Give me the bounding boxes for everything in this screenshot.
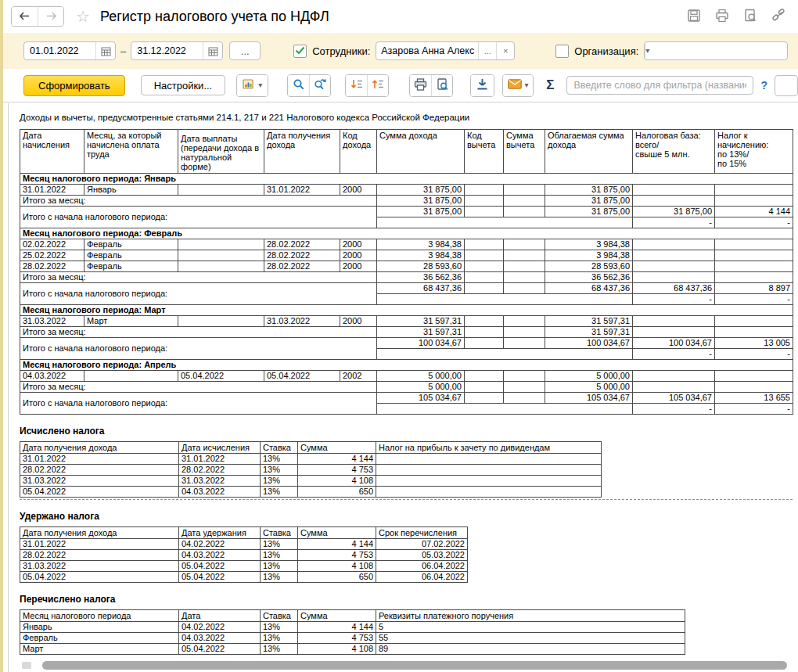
- table-row: 05.04.202204.03.202213%650: [20, 487, 602, 498]
- calendar-icon[interactable]: [203, 42, 222, 59]
- employees-clear-button[interactable]: ×: [496, 42, 514, 59]
- organization-dropdown-button[interactable]: ▾: [645, 42, 649, 59]
- send-email-button[interactable]: ▾: [503, 75, 533, 96]
- cell: 13%: [261, 465, 298, 476]
- cell: [633, 371, 715, 382]
- cell: 05.04.2022: [178, 371, 264, 382]
- table-row: Февраль04.03.202213%4 75355: [20, 633, 685, 644]
- cell: [504, 272, 545, 283]
- cell: Февраль: [84, 250, 178, 261]
- favorite-star-icon[interactable]: ☆: [76, 9, 90, 24]
- cell: 05.04.2022: [20, 487, 179, 498]
- cell: 31.03.2022: [20, 316, 84, 327]
- report-toolbar: Сформировать Настройки... ▾: [3, 69, 798, 102]
- column-header: Месяц, за который начислена оплата труда: [84, 130, 178, 174]
- organization-checkbox[interactable]: [555, 45, 569, 58]
- table-row: 31.01.202204.02.202213%4 14407.02.2022: [20, 539, 468, 550]
- withheld-tax-title: Удержано налога: [20, 511, 798, 522]
- scrollbar-thumb[interactable]: [42, 661, 787, 670]
- cell: 05.04.2022: [179, 561, 261, 572]
- back-arrow-icon: [19, 11, 31, 23]
- cell: 05.04.2022: [264, 371, 340, 382]
- employees-choose-button[interactable]: ...: [478, 42, 496, 59]
- cell: 100 034,67: [545, 338, 633, 349]
- settings-button[interactable]: Настройки...: [141, 75, 226, 95]
- chevron-down-icon: ▾: [645, 47, 649, 55]
- cell: [715, 250, 793, 261]
- cell: Январь: [84, 185, 178, 196]
- column-header: Сумма дохода: [377, 130, 465, 174]
- cell: [633, 250, 715, 261]
- cell: 105 034,67: [377, 393, 465, 404]
- cell: 2000: [340, 316, 377, 327]
- cell: 04.03.2022: [179, 550, 261, 561]
- cell: [715, 316, 793, 327]
- column-header: Налог на прибыль к зачету по дивидендам: [376, 442, 602, 454]
- chevron-down-icon: ▾: [258, 81, 262, 89]
- print-button[interactable]: [714, 8, 731, 25]
- period-options-button[interactable]: ...: [229, 41, 261, 60]
- collapse-groups-button[interactable]: [346, 75, 367, 96]
- cell: 5 000,00: [377, 371, 465, 382]
- month-total-label: Итого за месяц:: [20, 327, 377, 338]
- expand-groups-button[interactable]: [367, 75, 388, 96]
- calendar-icon[interactable]: [95, 42, 115, 59]
- filter-panel: – ... Сотрудники: Азарова Анна Алекс ...…: [3, 33, 798, 69]
- ytd-total-label: Итого с начала налогового периода:: [20, 393, 377, 415]
- cell: 31.03.2022: [264, 316, 340, 327]
- print-report-button[interactable]: [410, 75, 431, 96]
- cell: 4 144: [715, 207, 793, 217]
- cell: [504, 250, 545, 261]
- page-title: Регистр налогового учета по НДФЛ: [100, 9, 329, 25]
- period-to-input[interactable]: [131, 45, 203, 56]
- collapse-list-icon: [350, 78, 363, 93]
- print-preview-button[interactable]: [742, 8, 759, 25]
- scrollbar-stub[interactable]: [22, 662, 31, 669]
- cell: 28.02.2022: [264, 239, 340, 250]
- window-actions: [685, 8, 798, 25]
- more-toolbar-button[interactable]: [775, 75, 798, 96]
- generate-button[interactable]: Сформировать: [23, 75, 125, 96]
- save-button[interactable]: [685, 8, 703, 25]
- employees-checkbox[interactable]: [293, 45, 307, 58]
- cell: [504, 261, 545, 272]
- cell: 13%: [261, 487, 298, 498]
- cell: [465, 239, 504, 250]
- cell: 5 000,00: [545, 371, 633, 382]
- cell: [465, 382, 504, 393]
- period-from-input[interactable]: [24, 45, 95, 56]
- forward-button[interactable]: [38, 7, 63, 26]
- period-from-field: [23, 41, 116, 60]
- month-total-row: Итого за месяц:5 000,005 000,00: [20, 382, 793, 393]
- save-result-button[interactable]: [471, 75, 494, 96]
- cell: [376, 476, 602, 487]
- cell: 31 875,00: [377, 207, 465, 217]
- cell: 31 875,00: [633, 207, 715, 217]
- withheld-tax-table: Дата получения дохода Дата удержания Ста…: [20, 526, 468, 583]
- month-total-label: Итого за месяц:: [20, 382, 377, 393]
- cell: [465, 283, 504, 294]
- column-header: Дата получения дохода: [20, 442, 179, 454]
- cell: [178, 250, 264, 261]
- find-button[interactable]: [288, 75, 309, 96]
- report-variants-button[interactable]: ▾: [237, 75, 268, 96]
- horizontal-scrollbar[interactable]: [22, 661, 792, 670]
- title-bar: ☆ Регистр налогового учета по НДФЛ: [3, 0, 798, 33]
- cell: [504, 239, 545, 250]
- cell: 13%: [261, 644, 298, 655]
- preview-report-button[interactable]: [431, 75, 452, 96]
- employees-field: Азарова Анна Алекс ... ×: [376, 41, 515, 60]
- cell: [633, 196, 715, 207]
- back-button[interactable]: [12, 7, 38, 26]
- quick-filter-input[interactable]: [566, 76, 753, 95]
- group-header-row: Месяц налогового периода: Апрель: [20, 360, 793, 371]
- cell: 4 108: [298, 644, 376, 655]
- cell: 2000: [340, 239, 377, 250]
- cell: 28.02.2022: [179, 465, 261, 476]
- employees-value[interactable]: Азарова Анна Алекс: [376, 45, 478, 56]
- autosum-button[interactable]: Σ: [541, 77, 559, 94]
- cell: 31.01.2022: [20, 185, 84, 196]
- find-next-button[interactable]: [309, 75, 330, 96]
- help-link[interactable]: ?: [760, 79, 767, 92]
- get-link-button[interactable]: [770, 8, 787, 25]
